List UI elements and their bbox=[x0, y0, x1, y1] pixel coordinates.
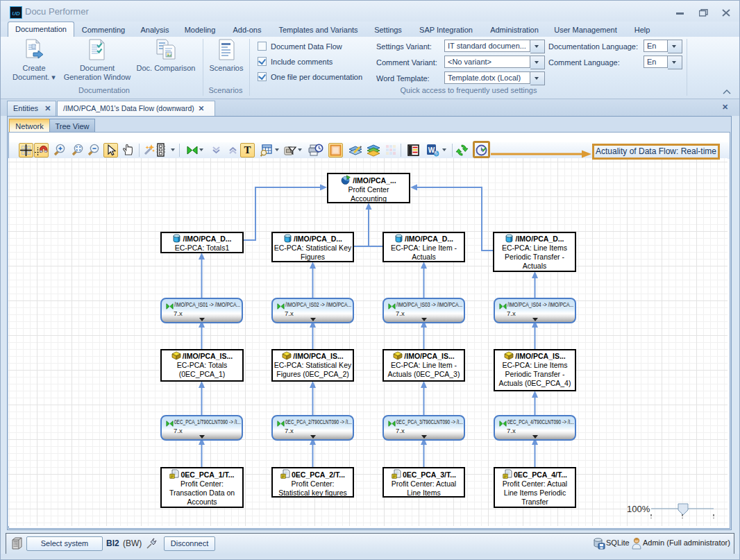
svg-text:UD: UD bbox=[12, 10, 20, 17]
svg-text:W: W bbox=[428, 146, 435, 154]
